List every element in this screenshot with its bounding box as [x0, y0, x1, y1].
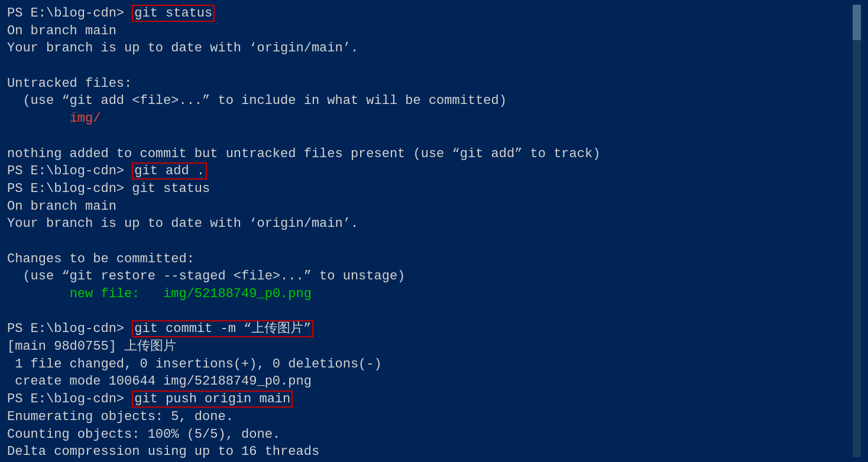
- line-12: On branch main: [7, 198, 861, 216]
- line-16: (use “git restore --staged <file>...” to…: [7, 268, 861, 285]
- prompt-2: PS E:\blog-cdn>: [7, 164, 132, 178]
- line-20: [main 98d0755] 上传图片: [7, 338, 861, 356]
- line-7: img/: [7, 110, 861, 128]
- scrollbar-thumb[interactable]: [853, 5, 861, 40]
- line-22: create mode 100644 img/52188749_p0.png: [7, 373, 861, 391]
- line-25: Counting objects: 100% (5/5), done.: [7, 426, 861, 444]
- line-17: new file: img/52188749_p0.png: [7, 285, 861, 303]
- line-15: Changes to be committed:: [7, 250, 861, 268]
- prompt-4: PS E:\blog-cdn>: [7, 321, 132, 336]
- empty-4: [7, 303, 861, 321]
- line-13: Your branch is up to date with ‘origin/m…: [7, 215, 861, 233]
- untracked-file: img/: [70, 111, 101, 126]
- terminal-output: PS E:\blog-cdn> git status On branch mai…: [7, 5, 861, 462]
- line-26: Delta compression using up to 16 threads: [7, 443, 861, 461]
- line-19: PS E:\blog-cdn> git commit -m “上传图片”: [7, 320, 861, 338]
- staged-file: new file: img/52188749_p0.png: [70, 287, 312, 301]
- cmd-git-add: git add .: [132, 162, 207, 180]
- line-23: PS E:\blog-cdn> git push origin main: [7, 391, 861, 408]
- line-6: (use “git add <file>...” to include in w…: [7, 92, 861, 110]
- line-24: Enumerating objects: 5, done.: [7, 408, 861, 426]
- cmd-git-status: git status: [132, 5, 215, 22]
- line-2: On branch main: [7, 22, 861, 40]
- line-9: nothing added to commit but untracked fi…: [7, 145, 861, 163]
- cmd-git-commit: git commit -m “上传图片”: [132, 320, 313, 337]
- line-21: 1 file changed, 0 insertions(+), 0 delet…: [7, 356, 861, 373]
- prompt-5: PS E:\blog-cdn>: [7, 392, 132, 406]
- prompt-3: PS E:\blog-cdn>: [7, 181, 132, 196]
- line-1: PS E:\blog-cdn> git status: [7, 5, 861, 22]
- empty-3: [7, 233, 861, 250]
- line-3: Your branch is up to date with ‘origin/m…: [7, 40, 861, 57]
- empty-2: [7, 128, 861, 145]
- line-11: PS E:\blog-cdn> git status: [7, 180, 861, 198]
- line-10: PS E:\blog-cdn> git add .: [7, 162, 861, 180]
- line-5: Untracked files:: [7, 75, 861, 93]
- prompt: PS E:\blog-cdn>: [7, 6, 132, 21]
- empty-1: [7, 57, 861, 75]
- terminal: PS E:\blog-cdn> git status On branch mai…: [7, 5, 861, 457]
- cmd-git-push: git push origin main: [132, 391, 293, 408]
- scrollbar[interactable]: [853, 5, 861, 457]
